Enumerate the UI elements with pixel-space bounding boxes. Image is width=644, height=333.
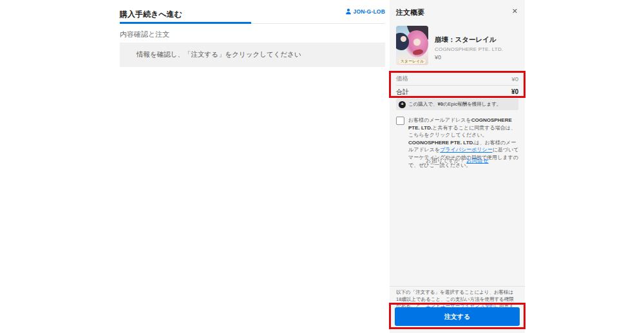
help-question: お困りですか？: [426, 157, 465, 164]
thumbnail-art-face2: [401, 36, 406, 42]
user-badge-label: JON-G-LOB: [354, 8, 386, 15]
step-progress-indicator: [120, 22, 251, 24]
close-icon[interactable]: ✕: [512, 8, 518, 15]
section-label: 内容確認と注文: [120, 30, 169, 39]
thumbnail-game-logo: スターレイル: [399, 59, 426, 64]
confirmation-info-text: 情報を確認し、「注文する」をクリックしてください: [137, 50, 301, 59]
privacy-policy-link[interactable]: プライバシーポリシー: [440, 147, 493, 153]
place-order-button[interactable]: 注文する: [395, 307, 520, 326]
product-price: ¥0: [435, 54, 503, 61]
total-row: 合計 ¥0: [396, 85, 518, 98]
epic-rewards-row: + この購入で、¥0のEpic報酬を獲得します。: [396, 99, 518, 110]
epic-rewards-icon: +: [399, 101, 406, 108]
order-summary-title: 注文概要: [396, 8, 424, 17]
user-account-badge[interactable]: JON-G-LOB: [345, 8, 386, 15]
product-meta: 崩壊：スターレイル COGNOSPHERE PTE. LTD. ¥0: [435, 26, 503, 65]
price-row: 価格 ¥0: [396, 72, 518, 85]
contact-support-link[interactable]: お問合せ: [466, 157, 488, 164]
page-title: 購入手続きへ進む: [120, 9, 182, 20]
total-value: ¥0: [511, 88, 518, 95]
checkout-panel: 購入手続きへ進む JON-G-LOB 内容確認と注文 情報を確認し、「注文する」…: [120, 0, 385, 333]
thumbnail-art-face: [413, 39, 421, 46]
product-row: スターレイル 崩壊：スターレイル COGNOSPHERE PTE. LTD. ¥…: [396, 26, 520, 65]
price-value: ¥0: [511, 75, 518, 82]
product-publisher: COGNOSPHERE PTE. LTD.: [435, 46, 503, 52]
checkout-page: 購入手続きへ進む JON-G-LOB 内容確認と注文 情報を確認し、「注文する」…: [0, 0, 644, 333]
person-icon: [345, 8, 352, 15]
email-consent-checkbox[interactable]: [396, 117, 404, 125]
price-rows: 価格 ¥0 合計 ¥0: [396, 72, 518, 98]
product-thumbnail: スターレイル: [396, 26, 428, 65]
product-name: 崩壊：スターレイル: [435, 35, 503, 44]
confirmation-info-box: 情報を確認し、「注文する」をクリックしてください: [120, 43, 385, 67]
help-line: お困りですか？ お問合せ: [390, 157, 525, 165]
total-label: 合計: [396, 88, 409, 97]
price-label: 価格: [396, 75, 408, 83]
epic-rewards-text: この購入で、¥0のEpic報酬を獲得します。: [408, 101, 501, 108]
order-summary-sidebar: 注文概要 ✕ スターレイル 崩壊：スターレイル COGNOSPHERE PTE.…: [390, 0, 525, 333]
